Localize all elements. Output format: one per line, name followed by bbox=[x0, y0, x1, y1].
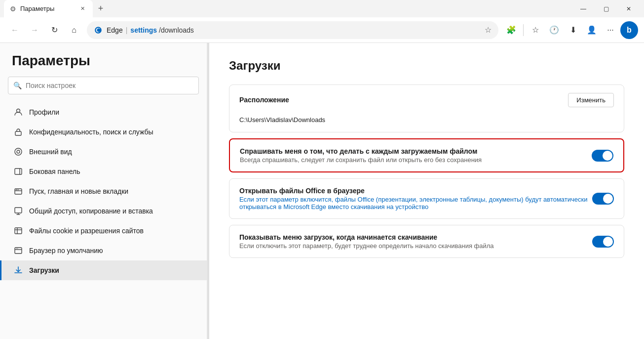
show-menu-card: Показывать меню загрузок, когда начинает… bbox=[229, 225, 624, 258]
location-label: Расположение bbox=[239, 96, 289, 104]
location-path-section: C:\Users\Vladislav\Downloads bbox=[229, 115, 624, 132]
open-office-toggle[interactable] bbox=[592, 193, 614, 205]
ask-download-card: Спрашивать меня о том, что делать с кажд… bbox=[229, 138, 624, 172]
open-office-desc: Если этот параметр включится, файлы Offi… bbox=[239, 196, 592, 211]
ask-download-title: Спрашивать меня о том, что делать с кажд… bbox=[240, 147, 592, 155]
svg-rect-13 bbox=[15, 248, 22, 254]
svg-point-3 bbox=[17, 150, 20, 153]
sidebar-item-downloads[interactable]: Загрузки bbox=[0, 260, 207, 280]
content-panel: Загрузки Расположение Изменить C:\Users\… bbox=[209, 43, 644, 339]
refresh-button[interactable]: ↻ bbox=[45, 21, 63, 39]
new-tab-button[interactable]: + bbox=[93, 1, 109, 17]
sidebar-item-label-downloads: Загрузки bbox=[29, 266, 59, 274]
ask-download-toggle[interactable] bbox=[592, 150, 613, 162]
location-card: Расположение Изменить C:\Users\Vladislav… bbox=[229, 85, 624, 132]
open-office-title: Открывать файлы Office в браузере bbox=[239, 187, 592, 195]
location-row: Расположение Изменить bbox=[229, 85, 624, 115]
home-button[interactable]: ⌂ bbox=[65, 21, 83, 39]
extension-button[interactable]: 🧩 bbox=[502, 21, 520, 39]
svg-rect-9 bbox=[15, 208, 22, 213]
sidebar-item-sidepanel[interactable]: Боковая панель bbox=[0, 162, 207, 181]
open-office-text: Открывать файлы Office в браузере Если э… bbox=[239, 187, 592, 211]
nav-separator-1 bbox=[523, 24, 524, 36]
show-menu-text: Показывать меню загрузок, когда начинает… bbox=[239, 233, 592, 250]
sidebar-item-label-sharing: Общий доступ, копирование и вставка bbox=[29, 207, 153, 215]
sidebar-item-privacy[interactable]: Конфиденциальность, поиск и службы bbox=[0, 122, 207, 142]
tab-area: ⚙ Параметры ✕ + bbox=[4, 0, 109, 17]
search-input[interactable] bbox=[26, 82, 193, 89]
forward-button[interactable]: → bbox=[26, 21, 43, 39]
cookies-icon bbox=[13, 226, 23, 236]
nav-right-buttons: 🧩 ☆ 🕐 ⬇ 👤 ··· b bbox=[502, 21, 638, 39]
show-menu-toggle[interactable] bbox=[592, 236, 614, 248]
browser-brand-label: Edge bbox=[107, 26, 123, 34]
ask-download-row: Спрашивать меня о том, что делать с кажд… bbox=[230, 139, 623, 171]
show-menu-desc: Если отключить этот параметр, будет труд… bbox=[239, 242, 592, 250]
favorites-button[interactable]: ☆ bbox=[527, 21, 544, 39]
maximize-button[interactable]: ▢ bbox=[595, 1, 617, 17]
address-bar[interactable]: Edge | settings /downloads ☆ bbox=[87, 21, 498, 39]
settings-tab-icon: ⚙ bbox=[10, 5, 16, 13]
sidebar-item-newtab[interactable]: Пуск, главная и новые вкладки bbox=[0, 181, 207, 201]
ask-download-desc: Всегда спрашивать, следует ли сохранить … bbox=[240, 156, 592, 164]
downloads-button[interactable]: ⬇ bbox=[564, 21, 582, 39]
sidebar-item-label-default-browser: Браузер по умолчанию bbox=[29, 247, 103, 254]
window-controls: — ▢ ✕ bbox=[572, 1, 640, 17]
sidebar-item-default-browser[interactable]: Браузер по умолчанию bbox=[0, 241, 207, 260]
menu-button[interactable]: ··· bbox=[602, 21, 619, 39]
sidebar-title: Параметры bbox=[0, 53, 207, 77]
location-path-text: C:\Users\Vladislav\Downloads bbox=[239, 116, 325, 124]
address-separator: | bbox=[126, 26, 128, 34]
search-icon: 🔍 bbox=[13, 82, 22, 89]
history-button[interactable]: 🕐 bbox=[545, 21, 563, 39]
show-menu-row: Показывать меню загрузок, когда начинает… bbox=[229, 225, 624, 257]
svg-point-2 bbox=[15, 148, 22, 155]
tab-close-button[interactable]: ✕ bbox=[78, 4, 87, 13]
sidepanel-icon bbox=[13, 167, 23, 176]
title-bar: ⚙ Параметры ✕ + — ▢ ✕ bbox=[0, 0, 644, 17]
address-url-rest: /downloads bbox=[159, 26, 194, 34]
svg-rect-10 bbox=[15, 228, 22, 234]
sharing-icon bbox=[13, 206, 23, 216]
address-url-settings: settings bbox=[130, 26, 157, 34]
default-browser-icon bbox=[13, 246, 23, 255]
bing-button[interactable]: b bbox=[620, 21, 638, 39]
search-box[interactable]: 🔍 bbox=[8, 77, 199, 94]
minimize-button[interactable]: — bbox=[572, 1, 595, 17]
show-menu-title: Показывать меню загрузок, когда начинает… bbox=[239, 233, 592, 241]
nav-bar: ← → ↻ ⌂ Edge | settings /downloads ☆ 🧩 ☆… bbox=[0, 17, 644, 43]
edge-logo-icon bbox=[94, 26, 103, 35]
address-text: Edge | settings /downloads bbox=[107, 26, 194, 34]
sidebar-item-label-newtab: Пуск, главная и новые вкладки bbox=[29, 187, 128, 195]
open-office-row: Открывать файлы Office в браузере Если э… bbox=[229, 179, 624, 218]
sidebar-item-cookies[interactable]: Файлы cookie и разрешения сайтов bbox=[0, 221, 207, 241]
privacy-icon bbox=[13, 127, 23, 137]
svg-rect-4 bbox=[15, 169, 22, 174]
sidebar-item-label-appearance: Внешний вид bbox=[29, 148, 72, 156]
bookmark-icon[interactable]: ☆ bbox=[485, 25, 492, 35]
sidebar-item-sharing[interactable]: Общий доступ, копирование и вставка bbox=[0, 201, 207, 221]
appearance-icon bbox=[13, 147, 23, 157]
sidebar-item-label-cookies: Файлы cookie и разрешения сайтов bbox=[29, 227, 144, 235]
main-area: Параметры 🔍 Профили Конфиденциальность, … bbox=[0, 43, 644, 339]
page-title: Загрузки bbox=[229, 59, 624, 73]
window-close-button[interactable]: ✕ bbox=[617, 1, 640, 17]
svg-point-8 bbox=[18, 189, 19, 190]
sidebar-item-label-privacy: Конфиденциальность, поиск и службы bbox=[29, 128, 153, 136]
sidebar: Параметры 🔍 Профили Конфиденциальность, … bbox=[0, 43, 207, 339]
active-tab[interactable]: ⚙ Параметры ✕ bbox=[4, 0, 93, 17]
newtab-icon bbox=[13, 186, 23, 196]
change-location-button[interactable]: Изменить bbox=[568, 93, 614, 107]
back-button[interactable]: ← bbox=[6, 21, 24, 39]
svg-rect-1 bbox=[15, 131, 21, 135]
tab-title: Параметры bbox=[20, 5, 54, 12]
sidebar-item-appearance[interactable]: Внешний вид bbox=[0, 142, 207, 162]
sidebar-item-label-profiles: Профили bbox=[29, 108, 59, 116]
svg-point-7 bbox=[16, 189, 17, 190]
profile-button[interactable]: 👤 bbox=[583, 21, 601, 39]
ask-download-text: Спрашивать меня о том, что делать с кажд… bbox=[240, 147, 592, 164]
downloads-sidebar-icon bbox=[13, 265, 23, 275]
open-office-card: Открывать файлы Office в браузере Если э… bbox=[229, 178, 624, 219]
sidebar-item-label-sidepanel: Боковая панель bbox=[29, 168, 80, 175]
sidebar-item-profiles[interactable]: Профили bbox=[0, 102, 207, 122]
